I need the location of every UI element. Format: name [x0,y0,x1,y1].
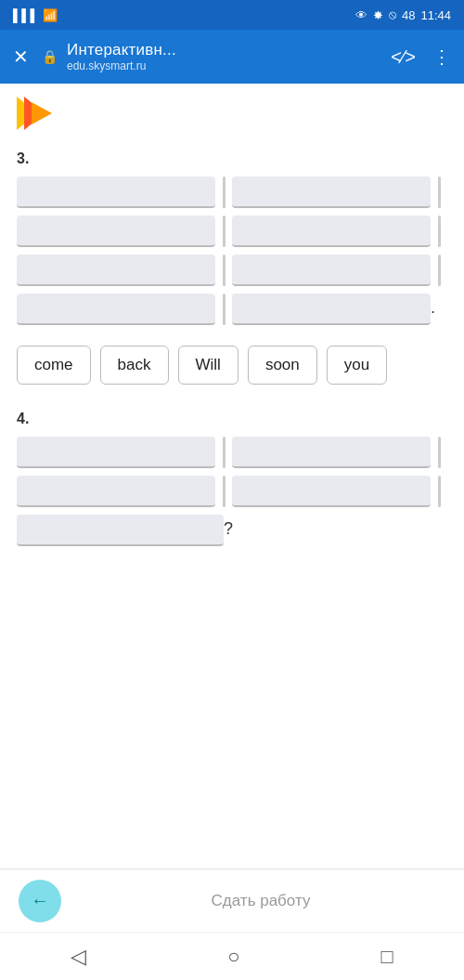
divider-3-3b [431,255,447,286]
status-right: 👁 ✸ ⦸ 48 11:44 [355,7,451,22]
exercise-3-label: 3. [17,150,447,167]
exercise-3: 3. [17,150,447,325]
status-bar: ▌▌▌ 📶 👁 ✸ ⦸ 48 11:44 [0,0,464,30]
dropzone-3-1-1[interactable] [17,176,215,208]
dropzone-4-1-1[interactable] [17,437,215,468]
nav-back-button[interactable]: ◁ [52,937,105,976]
exercise3-row1 [17,176,447,208]
period-mark: . [431,298,447,321]
nav-home-button[interactable]: ○ [209,937,258,976]
dropzone-3-3-2[interactable] [232,255,431,286]
dropzone-4-1-2[interactable] [232,437,431,468]
battery-label: 48 [402,8,415,22]
divider-3-2 [215,216,232,247]
nav-recents-icon: □ [381,945,393,968]
signal-icon: ▌▌▌ [13,8,39,22]
divider-3-3 [215,255,232,286]
exercise4-row3: ? [17,515,447,546]
exercise4-row2 [17,476,447,507]
divider-3-4 [215,294,232,325]
logo-area [17,97,447,134]
bottom-bar: ← Сдать работу [0,869,464,932]
divider-3-1b [431,176,447,208]
question-mark: ? [224,519,240,542]
svg-marker-2 [32,102,52,124]
nav-home-icon: ○ [227,945,239,968]
nav-bar: ◁ ○ □ [0,932,464,980]
main-content: 3. [0,84,464,869]
nav-back-icon: ◁ [71,945,86,968]
exercise3-row3 [17,255,447,286]
close-button[interactable]: ✕ [9,42,32,72]
exercise3-row2 [17,216,447,247]
dropzone-3-2-2[interactable] [232,216,431,247]
divider-3-2b [431,216,447,247]
chip-will[interactable]: Will [178,346,238,385]
time-label: 11:44 [420,8,451,22]
dropzone-3-4-2[interactable] [232,294,431,325]
exercise-4-label: 4. [17,411,447,427]
browser-toolbar: ✕ 🔒 Интерактивн... edu.skysmart.ru <∕> ⋮ [0,30,464,84]
divider-4-1b [431,437,447,468]
chip-come[interactable]: come [17,346,91,385]
lock-icon: 🔒 [42,49,58,64]
exercise3-row4: . [17,294,447,325]
exercise-4: 4. [17,411,447,546]
back-button[interactable]: ← [19,880,61,922]
bluetooth-icon: ✸ [373,8,383,22]
chip-soon[interactable]: soon [248,346,317,385]
chip-back[interactable]: back [100,346,169,385]
chip-you[interactable]: you [327,346,387,385]
dropzone-4-2-1[interactable] [17,476,215,507]
page-url: edu.skysmart.ru [67,59,146,72]
back-arrow-icon: ← [31,890,49,911]
divider-4-2 [215,476,232,507]
dropzone-3-2-1[interactable] [17,216,215,247]
word-chips-area: come back Will soon you [17,346,447,385]
divider-4-2b [431,476,447,507]
app-logo [17,97,58,130]
dropzone-3-3-1[interactable] [17,255,215,286]
exercise4-row1 [17,437,447,468]
dropzone-3-1-2[interactable] [232,176,431,208]
dropzone-4-2-2[interactable] [232,476,431,507]
toolbar-title-area: Интерактивн... edu.skysmart.ru [67,41,378,72]
submit-label[interactable]: Сдать работу [76,892,445,910]
page-title: Интерактивн... [67,41,176,59]
wifi-icon: 📶 [43,8,58,22]
nav-recents-button[interactable]: □ [363,937,412,976]
divider-3-1 [215,176,232,208]
dropzone-4-3-1[interactable] [17,515,224,546]
divider-4-1 [215,437,232,468]
dropzone-3-4-1[interactable] [17,294,215,325]
no-disturb-icon: ⦸ [389,7,396,22]
status-left: ▌▌▌ 📶 [13,8,58,22]
eye-icon: 👁 [355,8,367,22]
menu-icon[interactable]: ⋮ [429,42,455,72]
share-icon[interactable]: <∕> [387,43,419,72]
